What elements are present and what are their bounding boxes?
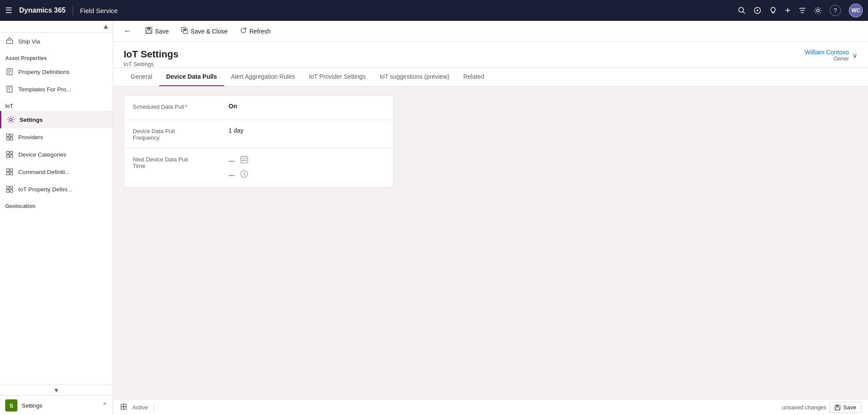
next-pull-time-values: --- [229,155,384,181]
svg-rect-46 [246,160,247,161]
sidebar: ▲ Ship Via Asset Properties Property Def… [0,21,113,415]
next-pull-time-row: --- [229,170,384,181]
user-avatar[interactable]: WC [849,3,863,17]
tab-device-data-pulls[interactable]: Device Data Pulls [159,68,224,86]
sidebar-item-settings-label: Settings [20,117,43,123]
svg-rect-36 [147,30,151,33]
svg-rect-53 [124,407,126,409]
save-button[interactable]: Save [140,24,174,38]
page-header: IoT Settings IoT Settings William Contos… [113,42,868,68]
search-icon[interactable] [738,7,746,14]
sidebar-item-device-categories-label: Device Categories [18,151,66,158]
scheduled-data-pull-value: On [229,103,384,110]
sidebar-item-iot-property-defini[interactable]: IoT Property Defini... [0,181,113,198]
hamburger-icon[interactable]: ☰ [5,6,12,15]
svg-rect-45 [244,160,245,161]
toolbar: ← Save Save & Close Refresh [113,21,868,42]
svg-point-8 [817,9,819,12]
save-close-icon [181,27,188,36]
back-button[interactable]: ← [120,25,135,37]
form-container: IoT Settings IoT Settings William Contos… [113,42,868,399]
required-star: * [185,104,187,110]
sidebar-item-ship-via[interactable]: Ship Via [0,33,113,50]
question-icon[interactable]: ? [830,5,841,16]
next-pull-time-label: Next Device Data PullTime [133,155,229,169]
sidebar-item-property-definitions[interactable]: Property Definitions [0,63,113,80]
nav-divider [73,5,73,16]
header-chevron-down-button[interactable]: ∨ [852,51,858,60]
svg-rect-19 [10,134,13,137]
frequency-value: 1 day [229,127,384,134]
sidebar-item-device-categories[interactable]: Device Categories [0,146,113,163]
owner-info: William Contoso Owner [805,49,849,62]
owner-name[interactable]: William Contoso [805,49,849,56]
sidebar-item-providers-label: Providers [18,134,43,141]
filter-icon[interactable] [798,7,806,14]
svg-rect-52 [121,407,124,409]
tab-iot-suggestions[interactable]: IoT suggestions (preview) [373,68,456,86]
sidebar-item-providers[interactable]: Providers [0,128,113,146]
frequency-label: Device Data PullFrequency [133,127,229,141]
sidebar-scroll-down-button[interactable]: ▼ [54,387,60,394]
device-categories-icon [5,150,14,159]
sidebar-item-templates-label: Templates For Pro... [18,86,71,93]
svg-point-17 [10,118,12,121]
svg-rect-32 [7,190,9,192]
sidebar-group-iot: IoT [0,98,113,111]
sidebar-item-settings[interactable]: Settings [0,111,113,128]
svg-rect-56 [836,408,840,410]
plus-icon[interactable]: + [785,5,791,16]
expand-icon[interactable] [120,403,127,412]
target-icon[interactable] [754,7,761,14]
property-definitions-icon [5,67,14,76]
clock-button[interactable] [240,170,249,181]
calendar-button[interactable] [240,155,249,166]
status-left: Active | [120,403,155,412]
refresh-icon [240,27,247,36]
svg-point-3 [757,10,758,11]
save-close-button[interactable]: Save & Close [176,24,233,38]
tab-related[interactable]: Related [456,68,491,86]
brand-name: Dynamics 365 [19,7,66,14]
settings-icon[interactable] [814,7,822,14]
status-bar: Active | unsaved changes Save [113,399,868,415]
status-save-label: Save [843,404,856,411]
command-definiti-icon [5,167,14,176]
sidebar-item-command-definiti[interactable]: Command Definiti... [0,163,113,181]
svg-rect-27 [10,169,13,171]
svg-rect-26 [7,169,9,171]
status-separator: | [153,404,155,411]
sidebar-scroll-up: ▲ [0,21,113,33]
tab-general[interactable]: General [124,68,159,86]
sidebar-item-templates[interactable]: Templates For Pro... [0,80,113,98]
next-pull-date-value: --- [229,157,235,164]
page-subtitle: IoT Settings [124,61,178,67]
svg-rect-24 [7,155,9,157]
next-pull-time-value: --- [229,172,235,179]
svg-line-49 [244,174,246,175]
svg-rect-18 [7,134,9,137]
bulb-icon[interactable] [769,7,777,14]
sidebar-up-button[interactable]: ▲ [102,23,109,30]
form-row-scheduled-data-pull: Scheduled Data Pull* On [124,96,393,120]
page-title: IoT Settings [124,49,178,60]
svg-line-1 [743,12,745,14]
form-card: Scheduled Data Pull* On Device Data Pull… [124,95,394,188]
tab-iot-provider-settings[interactable]: IoT Provider Settings [302,68,373,86]
status-save-button[interactable]: Save [830,402,861,413]
svg-rect-9 [7,40,13,44]
iot-settings-icon [7,115,15,124]
unsaved-text: unsaved changes [782,404,826,411]
svg-rect-55 [836,405,839,407]
top-nav: ☰ Dynamics 365 Field Service + ? WC [0,0,868,21]
form-row-next-pull-time: Next Device Data PullTime --- [124,148,393,187]
sidebar-bottom-expand-button[interactable]: ⌃ [102,402,108,410]
svg-rect-30 [7,186,9,189]
svg-rect-33 [10,190,13,192]
svg-rect-23 [10,151,13,154]
tab-alert-aggregation-rules[interactable]: Alert Aggregation Rules [224,68,302,86]
refresh-button[interactable]: Refresh [235,24,276,38]
sidebar-item-command-definiti-label: Command Definiti... [18,169,70,175]
sidebar-item-iot-property-defini-label: IoT Property Defini... [18,186,72,193]
page-header-right: William Contoso Owner ∨ [805,49,858,62]
